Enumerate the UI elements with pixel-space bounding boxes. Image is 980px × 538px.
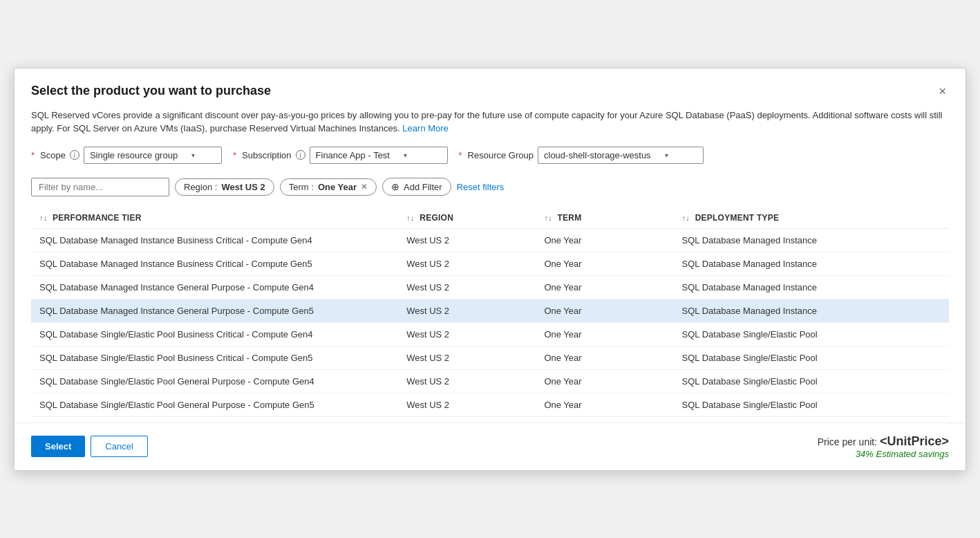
- dialog-header: Select the product you want to purchase …: [15, 68, 965, 109]
- dialog-footer: Select Cancel Price per unit: <UnitPrice…: [15, 423, 965, 470]
- scope-dropdown[interactable]: Single resource group ▾: [84, 147, 222, 164]
- subscription-label: Subscription: [242, 150, 292, 160]
- cell-term: One Year: [536, 369, 673, 393]
- region-filter-tag: Region : West US 2: [175, 178, 274, 196]
- col-header-deployment: ↑↓ DEPLOYMENT TYPE: [674, 207, 949, 229]
- cell-deployment: SQL Database Managed Instance: [674, 228, 949, 252]
- cell-term: One Year: [536, 252, 673, 275]
- price-value: <UnitPrice>: [880, 434, 949, 448]
- products-table-container: ↑↓ PERFORMANCE TIER ↑↓ REGION ↑↓ TERM ↑↓: [15, 207, 965, 417]
- table-row[interactable]: SQL Database Single/Elastic Pool Busines…: [31, 346, 949, 369]
- cell-name: SQL Database Single/Elastic Pool General…: [31, 393, 398, 416]
- add-filter-label: Add Filter: [404, 182, 442, 192]
- filter-name-input[interactable]: [31, 178, 169, 196]
- rg-chevron-icon: ▾: [665, 151, 668, 159]
- region-filter-value: West US 2: [221, 182, 265, 192]
- table-body: SQL Database Managed Instance Business C…: [31, 228, 949, 416]
- cell-name: SQL Database Managed Instance General Pu…: [31, 299, 398, 322]
- table-row[interactable]: SQL Database Managed Instance General Pu…: [31, 275, 949, 299]
- region-filter-label: Region :: [184, 182, 217, 192]
- table-row[interactable]: SQL Database Single/Elastic Pool Busines…: [31, 322, 949, 346]
- cell-term: One Year: [536, 346, 673, 369]
- table-row[interactable]: SQL Database Managed Instance Business C…: [31, 228, 949, 252]
- cell-deployment: SQL Database Managed Instance: [674, 299, 949, 322]
- cell-deployment: SQL Database Managed Instance: [674, 252, 949, 275]
- resource-group-group: * Resource Group cloud-shell-storage-wes…: [459, 147, 704, 164]
- cell-term: One Year: [536, 322, 673, 346]
- price-info: Price per unit: <UnitPrice> 34% Estimate…: [818, 434, 949, 459]
- cell-deployment: SQL Database Managed Instance: [674, 275, 949, 299]
- description-text: SQL Reserved vCores provide a significan…: [31, 110, 942, 134]
- term-filter-close-icon[interactable]: ✕: [361, 182, 368, 192]
- col-header-name: ↑↓ PERFORMANCE TIER: [31, 207, 398, 229]
- col-header-name-label: ↑↓ PERFORMANCE TIER: [39, 213, 142, 223]
- term-filter-value: One Year: [318, 182, 357, 192]
- subscription-value: Finance App - Test: [316, 150, 390, 160]
- sort-icon-term[interactable]: ↑↓: [544, 214, 552, 222]
- cell-region: West US 2: [398, 252, 536, 275]
- add-filter-button[interactable]: ⊕ Add Filter: [382, 178, 451, 196]
- subscription-group: * Subscription i Finance App - Test ▾: [233, 147, 448, 164]
- table-row[interactable]: SQL Database Single/Elastic Pool General…: [31, 393, 949, 416]
- col-header-region: ↑↓ REGION: [398, 207, 536, 229]
- footer-buttons: Select Cancel: [31, 436, 148, 457]
- resource-group-dropdown[interactable]: cloud-shell-storage-westus ▾: [538, 147, 704, 164]
- scope-label: Scope: [40, 150, 66, 160]
- cell-region: West US 2: [398, 322, 536, 346]
- cell-name: SQL Database Managed Instance Business C…: [31, 252, 398, 275]
- rg-required: *: [459, 150, 462, 160]
- cancel-button[interactable]: Cancel: [91, 436, 147, 457]
- table-header-row: ↑↓ PERFORMANCE TIER ↑↓ REGION ↑↓ TERM ↑↓: [31, 207, 949, 229]
- rg-value: cloud-shell-storage-westus: [544, 150, 651, 160]
- table-header: ↑↓ PERFORMANCE TIER ↑↓ REGION ↑↓ TERM ↑↓: [31, 207, 949, 229]
- select-button[interactable]: Select: [31, 436, 85, 457]
- cell-term: One Year: [536, 393, 673, 416]
- term-filter-tag: Term : One Year ✕: [280, 178, 377, 196]
- cell-term: One Year: [536, 228, 673, 252]
- scope-chevron-icon: ▾: [191, 151, 195, 159]
- cell-region: West US 2: [398, 346, 536, 369]
- sort-icon-name[interactable]: ↑↓: [39, 214, 47, 222]
- learn-more-link[interactable]: Learn More: [402, 123, 448, 133]
- scope-required: *: [31, 150, 35, 160]
- add-filter-icon: ⊕: [391, 181, 399, 192]
- cell-name: SQL Database Single/Elastic Pool Busines…: [31, 322, 398, 346]
- cell-region: West US 2: [398, 369, 536, 393]
- cell-deployment: SQL Database Single/Elastic Pool: [674, 393, 949, 416]
- cell-term: One Year: [536, 299, 673, 322]
- dialog-title: Select the product you want to purchase: [31, 84, 271, 98]
- rg-label: Resource Group: [468, 150, 534, 160]
- cell-region: West US 2: [398, 275, 536, 299]
- cell-term: One Year: [536, 275, 673, 299]
- products-table: ↑↓ PERFORMANCE TIER ↑↓ REGION ↑↓ TERM ↑↓: [31, 207, 949, 417]
- subscription-dropdown[interactable]: Finance App - Test ▾: [310, 147, 448, 164]
- subscription-info-icon: i: [296, 150, 305, 160]
- cell-region: West US 2: [398, 299, 536, 322]
- close-button[interactable]: ×: [936, 82, 949, 100]
- subscription-chevron-icon: ▾: [404, 151, 407, 159]
- price-prefix: Price per unit:: [818, 436, 877, 447]
- purchase-dialog: Select the product you want to purchase …: [14, 68, 966, 471]
- filter-row: Region : West US 2 Term : One Year ✕ ⊕ A…: [15, 178, 965, 207]
- cell-region: West US 2: [398, 228, 536, 252]
- price-per-unit-row: Price per unit: <UnitPrice>: [818, 434, 949, 449]
- cell-name: SQL Database Single/Elastic Pool Busines…: [31, 346, 398, 369]
- col-header-term: ↑↓ TERM: [536, 207, 673, 229]
- table-row[interactable]: SQL Database Managed Instance General Pu…: [31, 299, 949, 322]
- cell-name: SQL Database Managed Instance Business C…: [31, 228, 398, 252]
- sort-icon-region[interactable]: ↑↓: [406, 214, 414, 222]
- savings-text: 34% Estimated savings: [818, 449, 949, 459]
- scope-value: Single resource group: [90, 150, 178, 160]
- form-row: * Scope i Single resource group ▾ * Subs…: [15, 147, 965, 178]
- scope-info-icon: i: [70, 150, 79, 160]
- cell-name: SQL Database Single/Elastic Pool General…: [31, 369, 398, 393]
- term-filter-label: Term :: [289, 182, 314, 192]
- cell-name: SQL Database Managed Instance General Pu…: [31, 275, 398, 299]
- table-row[interactable]: SQL Database Single/Elastic Pool General…: [31, 369, 949, 393]
- table-row[interactable]: SQL Database Managed Instance Business C…: [31, 252, 949, 275]
- reset-filters-button[interactable]: Reset filters: [457, 182, 505, 192]
- cell-deployment: SQL Database Single/Elastic Pool: [674, 346, 949, 369]
- sort-icon-deployment[interactable]: ↑↓: [682, 214, 690, 222]
- subscription-required: *: [233, 150, 236, 160]
- cell-region: West US 2: [398, 393, 536, 416]
